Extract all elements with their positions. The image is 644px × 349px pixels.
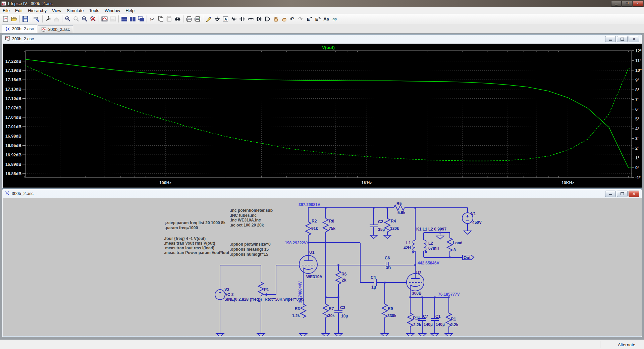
save-button[interactable] <box>21 15 30 23</box>
label-nodes-u2_plate[interactable]: 442.65846V <box>418 261 439 265</box>
menu-edit[interactable]: Edit <box>12 8 25 13</box>
label-p1-name[interactable]: P1 <box>264 287 269 292</box>
drag-button[interactable] <box>280 15 288 23</box>
zoom-full-button[interactable] <box>89 15 97 23</box>
zoom-in-button[interactable] <box>64 15 72 23</box>
label-directives-opt_numdgt[interactable]: .options numdgt=15 <box>230 252 268 257</box>
label-v1-name[interactable]: V1 <box>471 211 476 216</box>
control-panel-button[interactable] <box>33 15 41 23</box>
label-c7-value[interactable]: 140µ <box>424 322 433 327</box>
place-text-button[interactable]: Aa <box>322 15 330 23</box>
label-r9-name[interactable]: R9 <box>388 306 393 311</box>
menu-window[interactable]: Window <box>102 8 123 13</box>
window-close-button[interactable]: × <box>633 1 643 7</box>
halt-button[interactable] <box>52 15 61 23</box>
label-load-name[interactable]: Load <box>453 241 463 245</box>
move-button[interactable] <box>272 15 280 23</box>
label-l2-name[interactable]: L2 <box>428 241 433 246</box>
label-directives-meas_iout[interactable]: .meas tran Iout rms I(load) <box>164 246 214 250</box>
resistor-R3[interactable] <box>301 304 306 317</box>
zoom-back-button[interactable] <box>72 15 80 23</box>
tile-horizontal-button[interactable] <box>120 15 128 23</box>
label-r4-value[interactable]: 120k <box>390 226 399 231</box>
window-maximize-button[interactable]: ❒ <box>622 1 632 7</box>
window-minimize-button[interactable]: ▁ <box>611 1 622 7</box>
label-k1-text[interactable]: K1 L1 L2 0.9997 <box>416 227 446 232</box>
resistor-Load[interactable] <box>447 238 452 251</box>
plot-close-button[interactable]: ✕ <box>629 36 639 42</box>
rotate-button[interactable]: E <box>314 15 322 23</box>
label-nodes-b_plus[interactable]: 397.29081V <box>299 202 320 207</box>
resistor-R11[interactable] <box>408 313 413 327</box>
mirror-button[interactable]: E <box>305 15 314 23</box>
label-v2-name[interactable]: V2 <box>224 287 229 292</box>
resistor-R7[interactable] <box>323 304 328 317</box>
label-directives-param[interactable]: .param freq=1000 <box>165 226 198 230</box>
label-r2-value[interactable]: 91k <box>311 226 318 231</box>
label-c4-name[interactable]: C4 <box>371 275 376 280</box>
place-component-button[interactable] <box>263 15 272 23</box>
capacitor-C3[interactable] <box>334 311 342 313</box>
resistor-R6[interactable] <box>336 271 341 284</box>
tab-schematic[interactable]: 300b_2.asc <box>2 24 37 33</box>
place-resistor-button[interactable] <box>230 15 238 23</box>
label-load-value[interactable]: 8 <box>453 248 456 252</box>
cascade-windows-button[interactable] <box>137 15 145 23</box>
label-directives-opt_plotwinsize[interactable]: .option plotwinsize=0 <box>230 242 271 247</box>
schematic-minimize-button[interactable] <box>605 191 616 197</box>
autorange-button[interactable] <box>100 15 109 23</box>
waveform-plot[interactable]: 17.22dB17.19dB17.16dB17.13dB17.10dB17.07… <box>3 44 642 188</box>
print-preview-button[interactable] <box>185 15 193 23</box>
label-c3-value[interactable]: 10µ <box>341 314 348 318</box>
cut-button[interactable]: ✂ <box>148 15 157 23</box>
place-diode-button[interactable] <box>255 15 263 23</box>
place-inductor-button[interactable] <box>247 15 255 23</box>
menu-file[interactable]: File <box>0 8 12 13</box>
tab-waveform[interactable]: 300b_2.asc <box>38 25 73 33</box>
label-directives-ac[interactable]: .ac oct 100 20 20k <box>230 223 264 228</box>
label-r11-value[interactable]: 2.2k <box>413 322 421 327</box>
schematic-restore-button[interactable] <box>617 191 628 197</box>
spice-directive-button[interactable]: .op <box>330 15 339 23</box>
out-port[interactable]: Out <box>463 255 474 260</box>
label-p1-value[interactable]: Rtot=50K wiper=0.95 <box>265 297 304 302</box>
menu-tools[interactable]: Tools <box>87 8 102 13</box>
zoom-out-button[interactable] <box>80 15 89 23</box>
trace-title[interactable]: V(out) <box>322 45 335 50</box>
menu-simulate[interactable]: Simulate <box>64 8 87 13</box>
label-directives-meas_power[interactable]: .meas tran Power param Vout*Iout <box>164 250 229 255</box>
place-label-button[interactable]: A <box>221 15 230 23</box>
resistor-R2[interactable] <box>306 222 311 235</box>
inductor-L2[interactable] <box>424 240 427 253</box>
label-r4-name[interactable]: R4 <box>391 219 396 223</box>
label-directives-meas_vout[interactable]: .meas tran Vout rms V(out) <box>164 241 215 246</box>
find-button[interactable] <box>173 15 182 23</box>
label-u2-value[interactable]: 300B <box>412 291 422 296</box>
label-r9-value[interactable]: 330k <box>387 313 396 318</box>
label-c6-value[interactable]: 1n <box>386 265 391 270</box>
label-c2-value[interactable]: 35µ <box>378 227 385 232</box>
label-r7-value[interactable]: 30k <box>328 313 335 318</box>
label-r7-name[interactable]: R7 <box>329 306 334 311</box>
redo-button[interactable]: ↷ <box>297 15 305 23</box>
label-c7-name[interactable]: C7 <box>423 314 428 319</box>
plot-minimize-button[interactable] <box>605 36 616 42</box>
label-l2-value[interactable]: 67mH <box>428 246 439 251</box>
label-v1-value[interactable]: 450V <box>472 220 482 225</box>
label-l1-name[interactable]: L1 <box>406 241 411 245</box>
voltage-source-V2[interactable] <box>215 290 225 300</box>
inductor-L1[interactable] <box>412 240 415 253</box>
run-button[interactable] <box>44 15 52 23</box>
print-button[interactable] <box>193 15 202 23</box>
label-r2-name[interactable]: R2 <box>312 219 317 223</box>
menu-view[interactable]: View <box>49 8 64 13</box>
label-directives-step[interactable]: ;.step param freq list 20 1000 8k <box>165 220 226 225</box>
label-v2-value2[interactable]: SINE(0 2.828 {freq}) <box>224 297 262 302</box>
label-l1-value[interactable]: 42H <box>404 246 411 250</box>
label-directives-inc_pot[interactable]: .inc potentiometer.sub <box>230 208 273 213</box>
label-r8-value[interactable]: 75k <box>329 226 335 231</box>
label-u1-value[interactable]: WE310A <box>306 275 322 279</box>
plot-settings-button[interactable] <box>109 15 117 23</box>
schematic-canvas[interactable]: Out 397.29081V198.29222V3.1746844V442.65… <box>3 198 642 336</box>
label-c1-value[interactable]: 140µ <box>436 322 445 327</box>
